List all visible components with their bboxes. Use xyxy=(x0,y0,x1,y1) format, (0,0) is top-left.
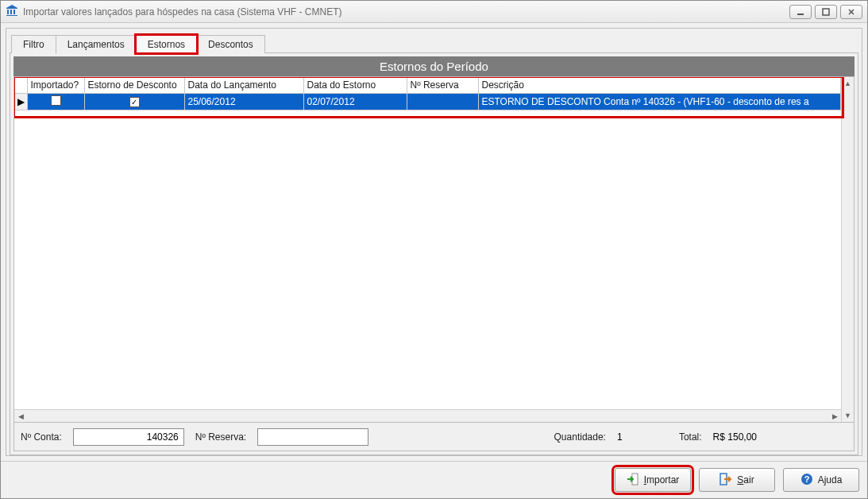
row-indicator: ▶ xyxy=(14,93,27,110)
col-descricao[interactable]: Descrição xyxy=(478,77,841,93)
tab-descontos[interactable]: Descontos xyxy=(196,35,265,53)
importar-button[interactable]: IImportarmportar xyxy=(615,468,691,492)
col-data-estorno[interactable]: Data do Estorno xyxy=(303,77,407,93)
sair-button[interactable]: SSairair xyxy=(699,468,775,492)
tabstrip: Filtro Lançamentos Estornos Descontos xyxy=(10,32,858,52)
scroll-down-icon[interactable]: ▼ xyxy=(842,409,854,422)
cell-descricao[interactable]: ESTORNO DE DESCONTO Conta nº 140326 - (V… xyxy=(478,93,841,110)
vscroll-track[interactable] xyxy=(842,90,854,409)
reserva-label: Nº Reserva: xyxy=(195,431,246,443)
total-label: Total: xyxy=(679,431,702,443)
horizontal-scrollbar[interactable]: ◀ ▶ xyxy=(14,409,841,422)
vertical-scrollbar[interactable]: ▲ ▼ xyxy=(841,77,854,422)
app-icon xyxy=(6,4,18,19)
scroll-up-icon[interactable]: ▲ xyxy=(842,77,854,90)
ajuda-button[interactable]: ? Ajuda xyxy=(783,468,859,492)
col-estorno-desconto[interactable]: Estorno de Desconto xyxy=(84,77,184,93)
window-controls xyxy=(789,5,862,19)
tab-content: Estornos do Período xyxy=(10,52,858,455)
scroll-right-icon[interactable]: ▶ xyxy=(828,412,841,420)
minimize-button[interactable] xyxy=(789,5,812,19)
maximize-button[interactable] xyxy=(815,5,837,19)
window-title: Importar valores lançados para hóspedes … xyxy=(23,6,785,17)
action-bar: IImportarmportar SSairair ? Ajuda xyxy=(1,461,867,498)
cell-data-lancamento[interactable]: 25/06/2012 xyxy=(184,93,303,110)
tab-estornos[interactable]: Estornos xyxy=(136,35,197,53)
tab-lancamentos[interactable]: Lançamentos xyxy=(56,35,137,53)
grid-empty-area xyxy=(14,110,841,410)
app-window: Importar valores lançados para hóspedes … xyxy=(0,0,868,499)
svg-rect-1 xyxy=(823,9,829,15)
estornos-table: Importado? Estorno de Desconto Data do L… xyxy=(14,77,841,110)
conta-label: Nº Conta: xyxy=(21,431,62,443)
cell-importado[interactable] xyxy=(27,93,84,110)
tab-filtro[interactable]: Filtro xyxy=(11,35,56,53)
ajuda-label: Ajuda xyxy=(818,474,843,485)
section-title: Estornos do Período xyxy=(14,56,854,76)
checkbox-checked-icon[interactable]: ✓ xyxy=(129,97,140,107)
summary-row: Nº Conta: Nº Reserva: Quantidade: 1 Tota… xyxy=(14,423,854,451)
scroll-left-icon[interactable]: ◀ xyxy=(14,412,27,420)
col-n-reserva[interactable]: Nº Reserva xyxy=(407,77,478,93)
col-importado[interactable]: Importado? xyxy=(27,77,84,93)
close-button[interactable] xyxy=(840,5,862,19)
main-panel: Filtro Lançamentos Estornos Descontos Es… xyxy=(6,28,862,456)
quantidade-value: 1 xyxy=(617,431,633,443)
help-icon: ? xyxy=(800,473,813,488)
row-indicator-header xyxy=(14,77,27,93)
col-data-lancamento[interactable]: Data do Lançamento xyxy=(184,77,303,93)
reserva-input[interactable] xyxy=(257,428,368,446)
table-header-row: Importado? Estorno de Desconto Data do L… xyxy=(14,77,841,93)
grid-container: Importado? Estorno de Desconto Data do L… xyxy=(14,76,854,423)
cell-n-reserva[interactable] xyxy=(407,93,478,110)
exit-icon xyxy=(719,473,732,488)
titlebar: Importar valores lançados para hóspedes … xyxy=(1,1,867,23)
svg-rect-0 xyxy=(797,14,804,15)
svg-text:?: ? xyxy=(804,474,809,484)
cell-data-estorno[interactable]: 02/07/2012 xyxy=(303,93,407,110)
conta-input[interactable] xyxy=(73,428,184,446)
table-row[interactable]: ▶ ✓ 25/06/2012 02/07/2012 xyxy=(14,93,841,110)
grid-scroll: Importado? Estorno de Desconto Data do L… xyxy=(14,77,841,422)
total-value: R$ 150,00 xyxy=(713,431,757,443)
import-icon xyxy=(627,473,639,488)
cell-estorno-desconto[interactable]: ✓ xyxy=(84,93,184,110)
quantidade-label: Quantidade: xyxy=(554,431,606,443)
checkbox-unchecked-icon[interactable] xyxy=(51,95,61,106)
